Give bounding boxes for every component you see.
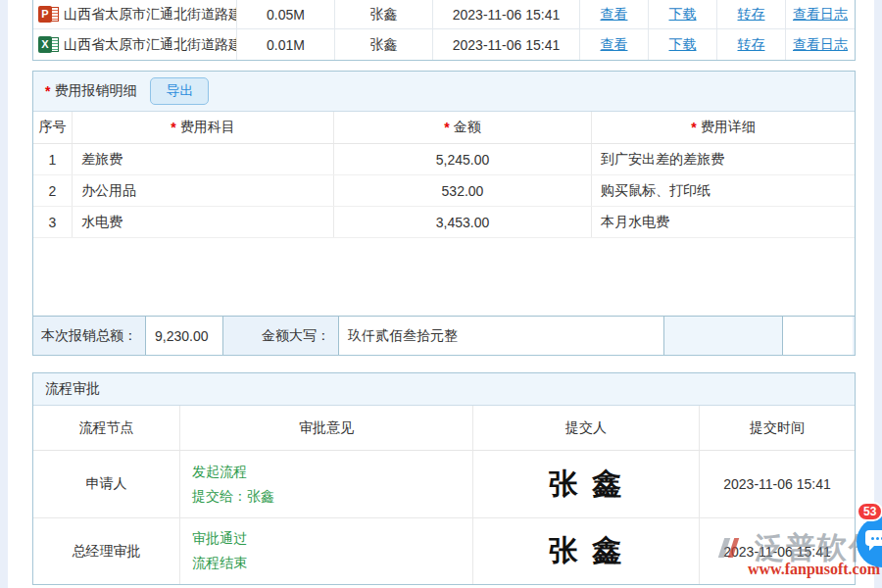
expense-amount: 532.00 [334,175,592,206]
submit-time: 2023-11-06 15:41 [700,451,855,517]
expense-amount: 5,245.00 [334,144,592,174]
approval-opinion: 发起流程 提交给：张鑫 [180,451,473,517]
left-gutter [0,0,8,588]
submit-time: 2023-11-06 15:41 [700,518,855,584]
amount-in-words-label: 金额大写： [223,317,338,355]
approval-panel-title: 流程审批 [45,380,100,398]
chat-bubble-icon [865,530,882,546]
file-size: 0.01M [237,29,335,60]
approval-opinion: 审批通过 流程结束 [180,518,473,584]
expense-row: 2 办公用品 532.00 购买鼠标、打印纸 [33,175,855,207]
col-submit-time: 提交时间 [700,406,855,450]
col-approval-opinion: 审批意见 [180,406,473,450]
col-subject: * 费用科目 [73,112,334,143]
expense-summary-row: 本次报销总额： 9,230.00 金额大写： 玖仟贰佰叁拾元整 [33,316,855,355]
excel-file-icon: X [38,36,59,54]
expense-approval-page: P 山西省太原市汇通北街道路建 0.05M 张鑫 2023-11-06 15:4… [0,0,882,588]
ppt-file-icon: P [38,6,59,24]
export-button[interactable]: 导出 [150,77,209,105]
expense-subject: 差旅费 [73,144,334,174]
attachments-table: P 山西省太原市汇通北街道路建 0.05M 张鑫 2023-11-06 15:4… [32,0,856,61]
file-upload-time: 2023-11-06 15:41 [433,0,580,28]
expense-subject: 水电费 [73,207,334,237]
file-name: 山西省太原市汇通北街道路建 [64,6,237,24]
expense-amount: 3,453.00 [334,207,592,237]
download-link[interactable]: 下载 [669,36,697,54]
approval-panel-header: 流程审批 [33,373,855,406]
col-index: 序号 [33,112,73,143]
approval-row: 总经理审批 审批通过 流程结束 张 鑫 2023-11-06 15:41 [33,517,855,584]
col-amount: * 金额 [334,112,592,143]
approval-row: 申请人 发起流程 提交给：张鑫 张 鑫 2023-11-06 15:41 [33,451,855,517]
row-index: 3 [33,207,73,237]
col-submitter: 提交人 [473,406,700,450]
submitter-signature: 张 鑫 [549,531,623,571]
expense-row: 1 差旅费 5,245.00 到广安出差的差旅费 [33,144,855,175]
expense-detail: 购买鼠标、打印纸 [592,175,855,206]
attachment-row: P 山西省太原市汇通北街道路建 0.05M 张鑫 2023-11-06 15:4… [33,0,855,28]
required-asterisk: * [45,83,50,99]
summary-filler-cell [664,317,782,355]
file-uploader: 张鑫 [335,0,433,28]
expense-detail: 本月水电费 [592,207,855,237]
expense-table-empty-area [33,238,855,316]
row-index: 1 [33,144,73,174]
summary-filler-cell [782,317,853,355]
expense-subject: 办公用品 [73,175,334,206]
file-uploader: 张鑫 [335,29,433,60]
col-workflow-node: 流程节点 [33,406,180,450]
approval-workflow-panel: 流程审批 流程节点 审批意见 提交人 提交时间 申请人 发起流程 提交给：张鑫 … [32,372,856,585]
amount-in-words-value: 玖仟贰佰叁拾元整 [338,317,664,355]
chat-unread-badge: 53 [857,502,882,521]
submitter-signature: 张 鑫 [549,465,623,505]
file-name: 山西省太原市汇通北街道路建 [64,36,237,54]
file-size: 0.05M [237,0,335,28]
view-log-link[interactable]: 查看日志 [793,6,848,24]
expense-table-header: 序号 * 费用科目 * 金额 * 费用详细 [33,112,855,144]
total-amount-label: 本次报销总额： [33,317,145,355]
total-amount-value: 9,230.00 [145,317,223,355]
right-scrollbar-track[interactable] [874,0,882,588]
file-upload-time: 2023-11-06 15:41 [433,29,580,60]
save-as-link[interactable]: 转存 [738,6,765,24]
approval-table-header: 流程节点 审批意见 提交人 提交时间 [33,406,855,451]
expense-detail-panel: * 费用报销明细 导出 序号 * 费用科目 * 金额 * 费用详细 [32,71,856,356]
view-link[interactable]: 查看 [601,6,628,24]
view-link[interactable]: 查看 [601,36,628,54]
download-link[interactable]: 下载 [669,6,697,24]
col-detail: * 费用详细 [592,112,855,143]
expense-panel-title: 费用报销明细 [54,82,136,100]
workflow-node: 总经理审批 [33,518,180,584]
workflow-node: 申请人 [33,451,180,517]
expense-row: 3 水电费 3,453.00 本月水电费 [33,207,855,238]
expense-panel-header: * 费用报销明细 导出 [33,72,855,112]
expense-detail: 到广安出差的差旅费 [592,144,855,174]
save-as-link[interactable]: 转存 [738,36,765,54]
chat-widget-button[interactable] [857,516,882,567]
view-log-link[interactable]: 查看日志 [793,36,848,54]
row-index: 2 [33,175,73,206]
attachment-row: X 山西省太原市汇通北街道路建 0.01M 张鑫 2023-11-06 15:4… [33,28,855,60]
